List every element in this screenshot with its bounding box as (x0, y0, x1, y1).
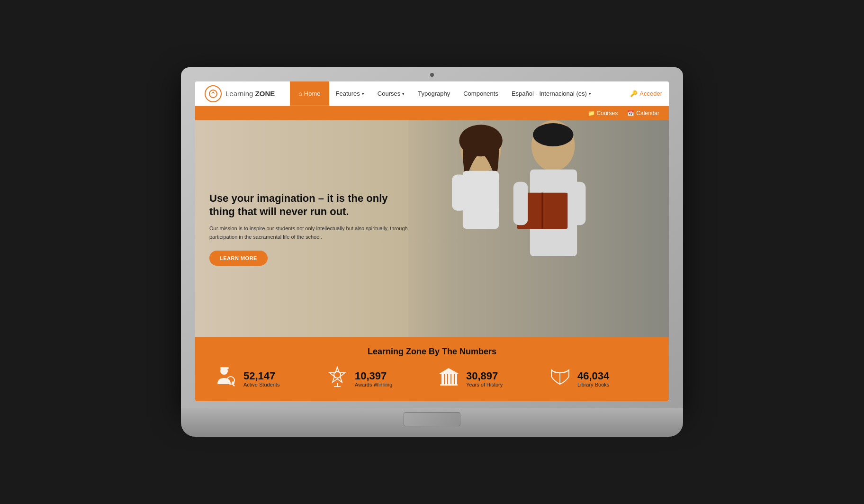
logo-learning: Learning (225, 90, 253, 98)
svg-marker-19 (330, 367, 345, 382)
stat-students: 52,147 Active Students (214, 366, 316, 392)
stats-section: Learning Zone By The Numbers (195, 337, 669, 401)
stat-history-info: 30,897 Years of History (466, 370, 503, 387)
typography-label: Typography (418, 90, 450, 97)
stat-students-label: Active Students (243, 382, 279, 387)
svg-rect-28 (455, 374, 457, 384)
svg-rect-27 (451, 374, 454, 384)
nav-features[interactable]: Features ▾ (329, 81, 371, 106)
site-wrapper: Learning ZONE ⌂ Home Features ▾ (195, 81, 669, 401)
svg-rect-6 (452, 175, 467, 211)
svg-marker-29 (439, 368, 459, 374)
svg-point-17 (232, 381, 234, 384)
stat-awards-info: 10,397 Awards Winning (355, 370, 392, 387)
laptop-body: Learning ZONE ⌂ Home Features ▾ (181, 67, 683, 408)
svg-point-0 (209, 90, 217, 98)
sec-calendar-link[interactable]: 📅 Calendar (627, 110, 659, 117)
svg-point-20 (334, 371, 341, 378)
nav-login[interactable]: 🔑 Acceder (623, 90, 669, 97)
stat-awards: 10,397 Awards Winning (325, 366, 427, 392)
svg-rect-26 (448, 374, 450, 384)
stat-books: 46,034 Library Books (548, 366, 650, 392)
nav-typography[interactable]: Typography (411, 81, 457, 106)
components-label: Components (463, 90, 498, 97)
laptop-base (181, 408, 683, 437)
sec-calendar-label: Calendar (636, 110, 659, 117)
stat-awards-label: Awards Winning (355, 382, 392, 387)
sec-courses-label: Courses (597, 110, 618, 117)
stats-title: Learning Zone By The Numbers (214, 347, 650, 357)
hero-section: Use your imagination – it is the only th… (195, 120, 669, 337)
students-icon (214, 366, 238, 392)
learn-more-button[interactable]: LEARN MORE (209, 251, 268, 266)
stat-history-number: 30,897 (466, 370, 503, 382)
nav-language[interactable]: Español - Internacional (es) ▾ (505, 81, 598, 106)
nav-menu: Features ▾ Courses ▾ Typography Componen… (329, 81, 669, 106)
hero-title: Use your imagination – it is the only th… (209, 192, 408, 219)
language-label: Español - Internacional (es) (512, 90, 587, 97)
stat-history-label: Years of History (466, 382, 503, 387)
stat-books-info: 46,034 Library Books (577, 370, 609, 387)
laptop-screen: Learning ZONE ⌂ Home Features ▾ (195, 81, 669, 401)
camera-icon (430, 73, 434, 77)
nav-courses[interactable]: Courses ▾ (371, 81, 411, 106)
history-icon (437, 366, 460, 392)
stat-books-number: 46,034 (577, 370, 609, 382)
stat-students-number: 52,147 (243, 370, 279, 382)
login-icon: 🔑 (630, 90, 638, 97)
stat-history: 30,897 Years of History (437, 366, 539, 392)
svg-rect-24 (441, 374, 444, 384)
svg-rect-7 (485, 175, 499, 211)
stats-grid: 52,147 Active Students (214, 366, 650, 392)
home-label: Home (304, 90, 321, 97)
calendar-icon: 📅 (627, 110, 634, 117)
stat-students-info: 52,147 Active Students (243, 370, 279, 387)
sec-courses-link[interactable]: 📁 Courses (588, 110, 618, 117)
hero-subtitle: Our mission is to inspire our students n… (209, 225, 408, 241)
courses-label: Courses (378, 90, 400, 97)
top-nav: Learning ZONE ⌂ Home Features ▾ (195, 81, 669, 106)
svg-rect-18 (220, 367, 229, 369)
svg-rect-25 (445, 374, 447, 384)
svg-rect-14 (571, 182, 586, 225)
trackpad (404, 412, 460, 426)
nav-home[interactable]: ⌂ Home (290, 81, 329, 106)
svg-rect-23 (440, 384, 458, 386)
svg-point-9 (533, 123, 573, 146)
courses-chevron: ▾ (402, 91, 405, 96)
features-chevron: ▾ (362, 91, 364, 96)
laptop-wrapper: Learning ZONE ⌂ Home Features ▾ (181, 67, 683, 437)
svg-rect-13 (513, 182, 528, 225)
stat-awards-number: 10,397 (355, 370, 392, 382)
nav-components[interactable]: Components (457, 81, 505, 106)
logo-text: Learning ZONE (225, 90, 275, 98)
language-chevron: ▾ (589, 91, 591, 96)
stat-books-label: Library Books (577, 382, 609, 387)
logo-icon (205, 85, 222, 102)
books-icon (548, 366, 572, 392)
awards-icon (325, 366, 349, 392)
courses-icon: 📁 (588, 110, 595, 117)
login-label: Acceder (639, 90, 662, 97)
logo-area: Learning ZONE (195, 81, 290, 106)
features-label: Features (336, 90, 360, 97)
hero-content: Use your imagination – it is the only th… (209, 192, 408, 266)
home-icon: ⌂ (298, 90, 302, 97)
logo-zone: ZONE (255, 90, 275, 98)
secondary-bar: 📁 Courses 📅 Calendar (195, 106, 669, 120)
